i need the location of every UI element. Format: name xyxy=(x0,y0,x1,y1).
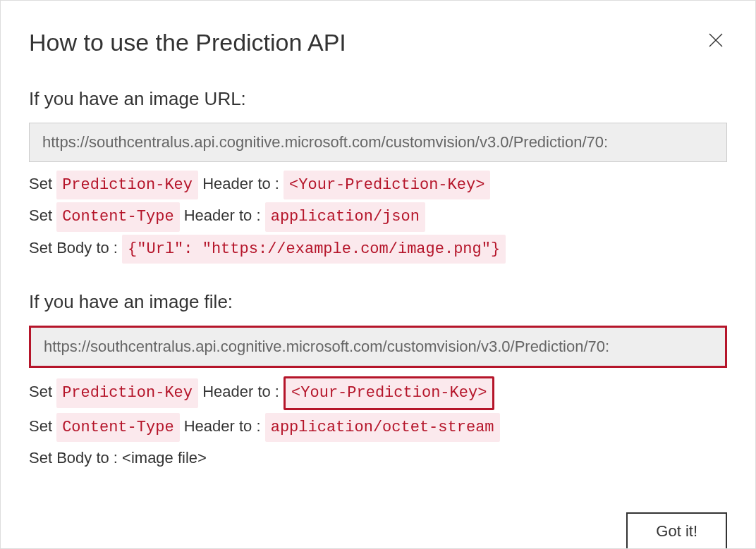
instr-text: Set xyxy=(29,417,52,435)
image-url-section-title: If you have an image URL: xyxy=(29,88,727,110)
content-type-value-token: application/octet-stream xyxy=(265,413,500,442)
url-content-type-line: Set Content-Type Header to : application… xyxy=(29,202,727,231)
instr-text: Set Body to : xyxy=(29,239,118,257)
instr-text: Header to : xyxy=(184,206,261,224)
image-file-section-title: If you have an image file: xyxy=(29,291,727,313)
url-endpoint-box[interactable]: https://southcentralus.api.cognitive.mic… xyxy=(29,123,727,162)
file-body-line: Set Body to : <image file> xyxy=(29,445,727,471)
image-url-section: If you have an image URL: https://southc… xyxy=(29,88,727,266)
instr-text: Header to : xyxy=(184,417,261,435)
prediction-api-dialog: How to use the Prediction API If you hav… xyxy=(1,1,755,548)
image-file-section: If you have an image file: https://south… xyxy=(29,291,727,474)
close-icon xyxy=(707,32,724,49)
prediction-key-value-token: <Your-Prediction-Key> xyxy=(284,171,490,199)
close-button[interactable] xyxy=(705,29,727,54)
got-it-button[interactable]: Got it! xyxy=(626,512,727,549)
prediction-key-value-token-highlighted: <Your-Prediction-Key> xyxy=(284,376,494,409)
instr-text: Set xyxy=(29,175,52,192)
dialog-footer: Got it! xyxy=(29,498,727,549)
body-value-token: {"Url": "https://example.com/image.png"} xyxy=(122,235,506,264)
content-type-value-token: application/json xyxy=(265,202,425,231)
file-prediction-key-line: Set Prediction-Key Header to : <Your-Pre… xyxy=(29,376,727,409)
file-content-type-line: Set Content-Type Header to : application… xyxy=(29,413,727,442)
file-endpoint-box[interactable]: https://southcentralus.api.cognitive.mic… xyxy=(29,326,727,368)
prediction-key-header-token: Prediction-Key xyxy=(56,378,198,407)
dialog-title: How to use the Prediction API xyxy=(29,29,346,56)
content-type-header-token: Content-Type xyxy=(56,202,179,231)
dialog-header: How to use the Prediction API xyxy=(29,29,727,56)
instr-text: Set xyxy=(29,383,52,400)
url-prediction-key-line: Set Prediction-Key Header to : <Your-Pre… xyxy=(29,171,727,199)
url-body-line: Set Body to : {"Url": "https://example.c… xyxy=(29,235,727,264)
instr-text: Set xyxy=(29,206,52,224)
prediction-key-header-token: Prediction-Key xyxy=(56,171,198,199)
instr-text: Header to : xyxy=(202,383,279,400)
content-type-header-token: Content-Type xyxy=(56,413,179,442)
instr-text: Header to : xyxy=(202,175,279,192)
instr-text: Set Body to : <image file> xyxy=(29,449,207,467)
